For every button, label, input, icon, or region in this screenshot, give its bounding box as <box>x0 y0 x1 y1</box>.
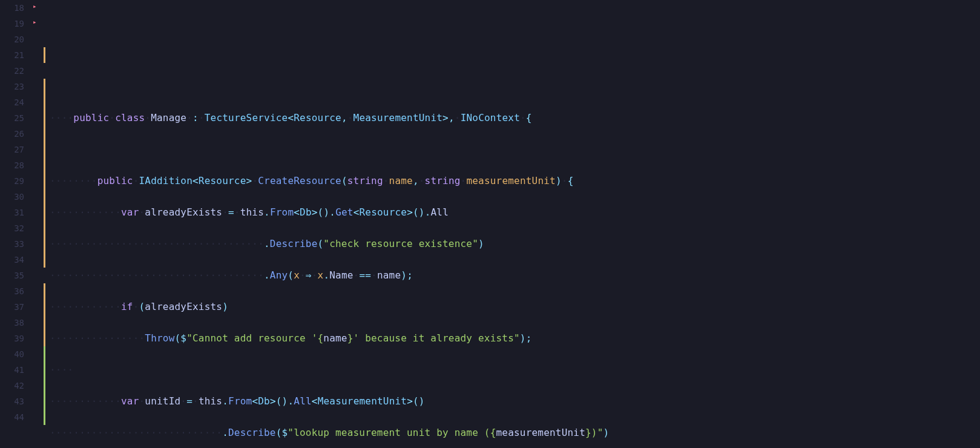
line-number: 37 <box>0 299 29 315</box>
fold-marker-icon[interactable]: ▸ <box>33 18 37 26</box>
code-line[interactable] <box>50 47 980 63</box>
code-line[interactable]: ········public·IAddition<Resource>·Creat… <box>50 173 980 189</box>
line-number: 39 <box>0 331 29 346</box>
code-editor[interactable]: 1819202122232425262728293031323334353637… <box>0 0 980 448</box>
fold-column: ▸▸ <box>31 0 44 448</box>
line-number: 26 <box>0 126 29 142</box>
diff-modified-marker <box>44 47 45 63</box>
line-number: 25 <box>0 110 29 126</box>
line-number: 27 <box>0 142 29 157</box>
line-number: 43 <box>0 394 29 409</box>
line-number: 42 <box>0 378 29 394</box>
code-line[interactable]: ············if·(alreadyExists) <box>50 299 980 315</box>
diff-gutter <box>44 0 46 448</box>
line-number-gutter: 1819202122232425262728293031323334353637… <box>0 0 31 448</box>
line-number: 20 <box>0 31 29 47</box>
code-line[interactable]: ···· <box>50 362 980 378</box>
line-number: 18 <box>0 0 29 16</box>
line-number: 41 <box>0 362 29 378</box>
line-number: 38 <box>0 315 29 331</box>
fold-marker-icon[interactable]: ▸ <box>33 2 37 10</box>
line-number: 21 <box>0 47 29 63</box>
code-line[interactable]: ····································.Des… <box>50 236 980 252</box>
code-line[interactable] <box>50 142 980 157</box>
code-area[interactable]: ····public·class·Manage·:·TectureService… <box>46 0 980 448</box>
code-line[interactable]: ····································.Any… <box>50 268 980 283</box>
code-line[interactable]: ·····························.Describe($… <box>50 425 980 441</box>
diff-modified-marker <box>44 79 45 268</box>
line-number: 28 <box>0 157 29 173</box>
line-number: 24 <box>0 94 29 110</box>
code-line[interactable] <box>50 16 980 31</box>
code-line[interactable]: ············var·unitId·=·this.From<Db>()… <box>50 394 980 409</box>
line-number: 35 <box>0 268 29 283</box>
code-line[interactable]: ····public·class·Manage·:·TectureService… <box>50 110 980 126</box>
diff-modified-marker <box>44 283 45 346</box>
line-number: 29 <box>0 173 29 189</box>
code-line[interactable]: ················Throw($"Cannot add resou… <box>50 331 980 346</box>
code-line[interactable]: ············var·alreadyExists·=·this.Fro… <box>50 205 980 220</box>
line-number: 32 <box>0 220 29 236</box>
line-number: 30 <box>0 189 29 205</box>
line-number: 22 <box>0 63 29 79</box>
line-number: 44 <box>0 409 29 425</box>
line-number: 34 <box>0 252 29 268</box>
line-number: 19 <box>0 16 29 31</box>
line-number: 31 <box>0 205 29 220</box>
code-line[interactable] <box>50 79 980 94</box>
line-number: 33 <box>0 236 29 252</box>
line-number: 23 <box>0 79 29 94</box>
line-number: 40 <box>0 346 29 362</box>
line-number: 36 <box>0 283 29 299</box>
diff-added-marker <box>44 346 45 425</box>
